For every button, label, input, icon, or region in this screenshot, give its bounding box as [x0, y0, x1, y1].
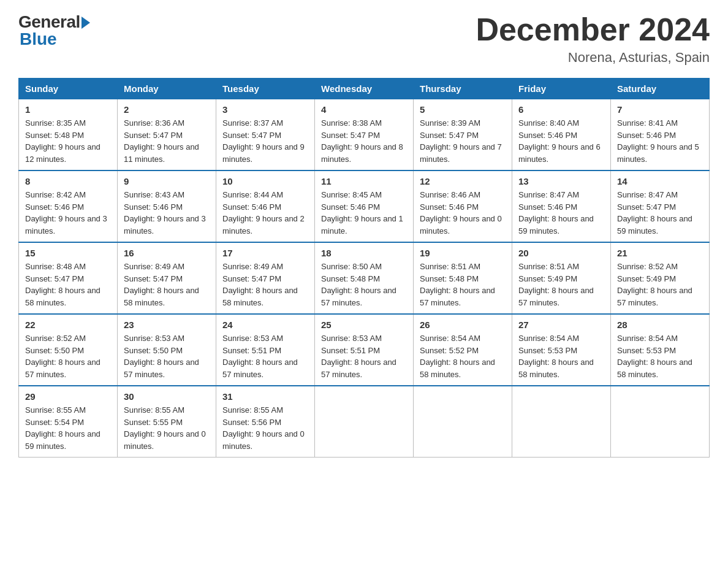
day-info: Sunrise: 8:50 AMSunset: 5:48 PMDaylight:…: [321, 261, 407, 308]
day-info: Sunrise: 8:42 AMSunset: 5:46 PMDaylight:…: [25, 189, 111, 237]
logo: General Blue: [18, 12, 90, 49]
day-number: 2: [124, 104, 210, 115]
title-section: December 2024 Norena, Asturias, Spain: [476, 12, 710, 66]
day-number: 30: [124, 391, 210, 402]
calendar-cell: 2 Sunrise: 8:36 AMSunset: 5:47 PMDayligh…: [118, 99, 216, 171]
day-number: 7: [617, 104, 703, 115]
calendar-title: December 2024: [476, 12, 710, 47]
day-info: Sunrise: 8:52 AMSunset: 5:49 PMDaylight:…: [617, 261, 703, 308]
logo-triangle-icon: [82, 17, 90, 29]
day-number: 3: [222, 104, 308, 115]
calendar-cell: 4 Sunrise: 8:38 AMSunset: 5:47 PMDayligh…: [315, 99, 414, 171]
calendar-cell: 23 Sunrise: 8:53 AMSunset: 5:50 PMDaylig…: [118, 314, 216, 386]
day-info: Sunrise: 8:47 AMSunset: 5:46 PMDaylight:…: [518, 189, 604, 237]
header-day-wednesday: Wednesday: [315, 79, 414, 99]
calendar-cell: 29 Sunrise: 8:55 AMSunset: 5:54 PMDaylig…: [19, 386, 118, 458]
header-day-monday: Monday: [118, 79, 216, 99]
day-info: Sunrise: 8:54 AMSunset: 5:52 PMDaylight:…: [420, 332, 506, 380]
day-number: 27: [518, 320, 604, 330]
calendar-table: SundayMondayTuesdayWednesdayThursdayFrid…: [18, 78, 710, 458]
day-number: 16: [124, 248, 210, 258]
calendar-cell: [512, 386, 611, 458]
week-row-1: 1 Sunrise: 8:35 AMSunset: 5:48 PMDayligh…: [19, 99, 710, 171]
day-number: 15: [25, 248, 111, 258]
day-info: Sunrise: 8:48 AMSunset: 5:47 PMDaylight:…: [25, 261, 111, 308]
day-info: Sunrise: 8:45 AMSunset: 5:46 PMDaylight:…: [321, 189, 407, 237]
day-info: Sunrise: 8:40 AMSunset: 5:46 PMDaylight:…: [518, 117, 604, 165]
calendar-cell: 9 Sunrise: 8:43 AMSunset: 5:46 PMDayligh…: [118, 170, 216, 242]
calendar-subtitle: Norena, Asturias, Spain: [476, 50, 710, 66]
day-info: Sunrise: 8:38 AMSunset: 5:47 PMDaylight:…: [321, 117, 407, 165]
day-info: Sunrise: 8:51 AMSunset: 5:49 PMDaylight:…: [518, 261, 604, 308]
calendar-cell: 26 Sunrise: 8:54 AMSunset: 5:52 PMDaylig…: [414, 314, 512, 386]
calendar-cell: 18 Sunrise: 8:50 AMSunset: 5:48 PMDaylig…: [315, 242, 414, 314]
day-info: Sunrise: 8:35 AMSunset: 5:48 PMDaylight:…: [25, 117, 111, 165]
calendar-cell: [315, 386, 414, 458]
day-info: Sunrise: 8:54 AMSunset: 5:53 PMDaylight:…: [617, 332, 703, 380]
header-day-tuesday: Tuesday: [216, 79, 315, 99]
day-info: Sunrise: 8:36 AMSunset: 5:47 PMDaylight:…: [124, 117, 210, 165]
day-number: 11: [321, 176, 407, 186]
calendar-cell: 22 Sunrise: 8:52 AMSunset: 5:50 PMDaylig…: [19, 314, 118, 386]
week-row-4: 22 Sunrise: 8:52 AMSunset: 5:50 PMDaylig…: [19, 314, 710, 386]
day-number: 24: [222, 320, 308, 330]
day-number: 4: [321, 104, 407, 115]
calendar-cell: 30 Sunrise: 8:55 AMSunset: 5:55 PMDaylig…: [118, 386, 216, 458]
day-info: Sunrise: 8:51 AMSunset: 5:48 PMDaylight:…: [420, 261, 506, 308]
day-number: 18: [321, 248, 407, 258]
calendar-cell: 27 Sunrise: 8:54 AMSunset: 5:53 PMDaylig…: [512, 314, 611, 386]
day-info: Sunrise: 8:46 AMSunset: 5:46 PMDaylight:…: [420, 189, 506, 237]
header-day-thursday: Thursday: [414, 79, 512, 99]
calendar-cell: 8 Sunrise: 8:42 AMSunset: 5:46 PMDayligh…: [19, 170, 118, 242]
day-info: Sunrise: 8:55 AMSunset: 5:55 PMDaylight:…: [124, 404, 210, 452]
calendar-cell: 6 Sunrise: 8:40 AMSunset: 5:46 PMDayligh…: [512, 99, 611, 171]
day-info: Sunrise: 8:55 AMSunset: 5:56 PMDaylight:…: [222, 404, 308, 452]
calendar-cell: [611, 386, 710, 458]
day-info: Sunrise: 8:39 AMSunset: 5:47 PMDaylight:…: [420, 117, 506, 165]
calendar-cell: 7 Sunrise: 8:41 AMSunset: 5:46 PMDayligh…: [611, 99, 710, 171]
week-row-3: 15 Sunrise: 8:48 AMSunset: 5:47 PMDaylig…: [19, 242, 710, 314]
calendar-cell: 19 Sunrise: 8:51 AMSunset: 5:48 PMDaylig…: [414, 242, 512, 314]
day-number: 10: [222, 176, 308, 186]
header-row: SundayMondayTuesdayWednesdayThursdayFrid…: [19, 79, 710, 99]
day-number: 26: [420, 320, 506, 330]
calendar-cell: 31 Sunrise: 8:55 AMSunset: 5:56 PMDaylig…: [216, 386, 315, 458]
day-number: 9: [124, 176, 210, 186]
day-number: 12: [420, 176, 506, 186]
calendar-cell: 21 Sunrise: 8:52 AMSunset: 5:49 PMDaylig…: [611, 242, 710, 314]
calendar-cell: 14 Sunrise: 8:47 AMSunset: 5:47 PMDaylig…: [611, 170, 710, 242]
day-number: 25: [321, 320, 407, 330]
logo-blue-text: Blue: [20, 29, 90, 49]
day-number: 19: [420, 248, 506, 258]
day-number: 8: [25, 176, 111, 186]
calendar-cell: 3 Sunrise: 8:37 AMSunset: 5:47 PMDayligh…: [216, 99, 315, 171]
header-day-friday: Friday: [512, 79, 611, 99]
day-info: Sunrise: 8:37 AMSunset: 5:47 PMDaylight:…: [222, 117, 308, 165]
day-number: 21: [617, 248, 703, 258]
header-day-sunday: Sunday: [19, 79, 118, 99]
day-info: Sunrise: 8:53 AMSunset: 5:51 PMDaylight:…: [321, 332, 407, 380]
day-info: Sunrise: 8:49 AMSunset: 5:47 PMDaylight:…: [124, 261, 210, 308]
day-number: 6: [518, 104, 604, 115]
day-number: 22: [25, 320, 111, 330]
calendar-cell: 10 Sunrise: 8:44 AMSunset: 5:46 PMDaylig…: [216, 170, 315, 242]
day-info: Sunrise: 8:44 AMSunset: 5:46 PMDaylight:…: [222, 189, 308, 237]
day-info: Sunrise: 8:49 AMSunset: 5:47 PMDaylight:…: [222, 261, 308, 308]
day-number: 14: [617, 176, 703, 186]
week-row-2: 8 Sunrise: 8:42 AMSunset: 5:46 PMDayligh…: [19, 170, 710, 242]
day-number: 13: [518, 176, 604, 186]
day-number: 1: [25, 104, 111, 115]
day-number: 31: [222, 391, 308, 402]
day-number: 17: [222, 248, 308, 258]
calendar-cell: 16 Sunrise: 8:49 AMSunset: 5:47 PMDaylig…: [118, 242, 216, 314]
header: General Blue December 2024 Norena, Astur…: [18, 12, 710, 66]
calendar-cell: [414, 386, 512, 458]
calendar-cell: 17 Sunrise: 8:49 AMSunset: 5:47 PMDaylig…: [216, 242, 315, 314]
day-info: Sunrise: 8:52 AMSunset: 5:50 PMDaylight:…: [25, 332, 111, 380]
day-info: Sunrise: 8:54 AMSunset: 5:53 PMDaylight:…: [518, 332, 604, 380]
calendar-cell: 5 Sunrise: 8:39 AMSunset: 5:47 PMDayligh…: [414, 99, 512, 171]
calendar-cell: 15 Sunrise: 8:48 AMSunset: 5:47 PMDaylig…: [19, 242, 118, 314]
calendar-cell: 11 Sunrise: 8:45 AMSunset: 5:46 PMDaylig…: [315, 170, 414, 242]
day-info: Sunrise: 8:53 AMSunset: 5:50 PMDaylight:…: [124, 332, 210, 380]
calendar-cell: 13 Sunrise: 8:47 AMSunset: 5:46 PMDaylig…: [512, 170, 611, 242]
